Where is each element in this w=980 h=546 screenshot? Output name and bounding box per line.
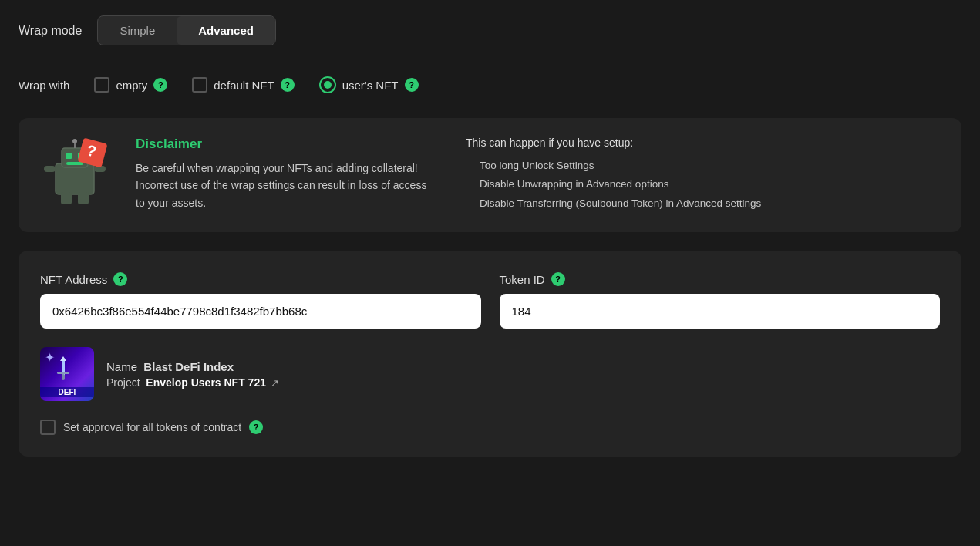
nft-address-label-row: NFT Address ? (40, 272, 481, 286)
list-item: Disable Transferring (Soulbound Token) i… (480, 194, 940, 213)
approval-checkbox[interactable] (40, 420, 56, 435)
token-id-help-icon[interactable]: ? (551, 272, 565, 286)
svg-rect-4 (66, 162, 83, 165)
empty-checkbox[interactable] (94, 77, 109, 93)
wrap-mode-simple-button[interactable]: Simple (98, 16, 177, 45)
wrap-option-default-nft[interactable]: default NFT ? (192, 77, 294, 93)
nft-name-value: Blast DeFi Index (143, 360, 234, 373)
wrap-mode-label: Wrap mode (19, 24, 82, 38)
users-nft-label: user's NFT (342, 79, 399, 92)
disclaimer-icon: ? (40, 136, 117, 214)
empty-label: empty (116, 79, 147, 92)
approval-label: Set approval for all tokens of contract (63, 421, 241, 433)
svg-marker-14 (60, 356, 66, 361)
nft-thumbnail: ✦ DEFI (40, 347, 94, 401)
wrap-with-row: Wrap with empty ? default NFT ? user's N… (19, 76, 961, 93)
token-id-input[interactable] (500, 294, 941, 329)
wrap-option-users-nft[interactable]: user's NFT ? (319, 76, 419, 93)
nft-address-label: NFT Address (40, 273, 107, 286)
svg-rect-7 (44, 166, 56, 172)
nft-address-input[interactable] (40, 294, 481, 329)
wrap-option-empty[interactable]: empty ? (94, 77, 167, 93)
svg-rect-0 (56, 163, 94, 194)
approval-row[interactable]: Set approval for all tokens of contract … (40, 420, 940, 435)
nft-card: NFT Address ? Token ID ? ✦ DEFI (19, 251, 961, 457)
wrap-mode-advanced-button[interactable]: Advanced (177, 16, 275, 45)
users-nft-checkbox[interactable] (319, 76, 336, 93)
disclaimer-right: This can happen if you have setup: Too l… (447, 136, 940, 213)
wrap-mode-row: Wrap mode Simple Advanced (19, 15, 961, 46)
nft-project-label: Project (106, 376, 140, 389)
default-nft-help-icon[interactable]: ? (281, 78, 295, 92)
svg-point-6 (72, 139, 77, 143)
wrap-with-label: Wrap with (19, 79, 69, 92)
approval-help-icon[interactable]: ? (249, 420, 263, 434)
wrap-mode-toggle-group: Simple Advanced (97, 15, 276, 46)
nft-project-row: Project Envelop Users NFT 721 ↗ (106, 376, 279, 389)
empty-help-icon[interactable]: ? (153, 78, 167, 92)
svg-rect-10 (78, 192, 89, 204)
users-nft-help-icon[interactable]: ? (405, 78, 419, 92)
svg-rect-2 (66, 153, 72, 159)
external-link-icon[interactable]: ↗ (271, 377, 279, 389)
disclaimer-list: Too long Unlock Settings Disable Unwrapp… (466, 157, 940, 213)
default-nft-label: default NFT (214, 79, 274, 92)
disclaimer-card: ? Disclaimer Be careful when wrapping yo… (19, 118, 961, 232)
token-id-label: Token ID (500, 273, 545, 286)
svg-rect-16 (62, 374, 65, 380)
nft-name-row: Name Blast DeFi Index (106, 360, 279, 373)
list-item: Disable Unwrapping in Advanced options (480, 175, 940, 194)
nft-address-group: NFT Address ? (40, 272, 481, 329)
svg-rect-9 (61, 192, 72, 204)
disclaimer-title: Disclaimer (136, 136, 429, 152)
nft-info-row: ✦ DEFI Name Blast DeFi Index Project Env… (40, 347, 940, 401)
token-id-group: Token ID ? (500, 272, 941, 329)
nft-meta: Name Blast DeFi Index Project Envelop Us… (106, 360, 279, 389)
disclaimer-left: Disclaimer Be careful when wrapping your… (136, 136, 429, 211)
nft-address-help-icon[interactable]: ? (113, 272, 127, 286)
nft-thumbnail-label: DEFI (40, 387, 94, 397)
disclaimer-text: Be careful when wrapping your NFTs and a… (136, 160, 429, 211)
nft-project-value: Envelop Users NFT 721 (146, 376, 266, 389)
default-nft-checkbox[interactable] (192, 77, 207, 93)
nft-fields-row: NFT Address ? Token ID ? (40, 272, 940, 329)
disclaimer-right-title: This can happen if you have setup: (466, 136, 940, 149)
nft-name-label: Name (106, 360, 137, 373)
list-item: Too long Unlock Settings (480, 157, 940, 175)
token-id-label-row: Token ID ? (500, 272, 941, 286)
svg-rect-15 (57, 372, 69, 374)
